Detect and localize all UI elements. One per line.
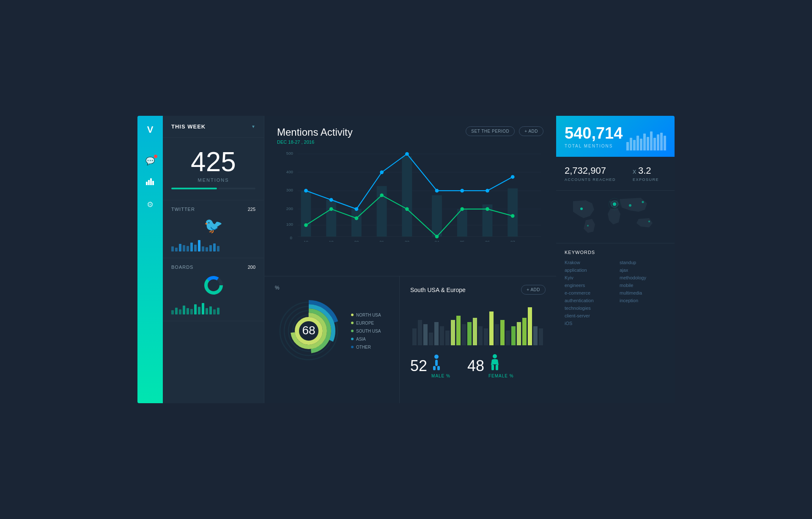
chart-controls: SET THE PERIOD + ADD <box>466 126 543 136</box>
keyword-item[interactable]: engineers <box>565 283 611 288</box>
svg-text:20: 20 <box>354 240 359 242</box>
svg-rect-24 <box>432 195 442 237</box>
dashboard: V 💬 ⚙ THIS WEEK ▼ 425 MENTIONS <box>137 116 675 403</box>
female-percentage: 48 <box>467 357 484 374</box>
svg-text:500: 500 <box>286 151 294 156</box>
exposure-prefix: x <box>633 168 636 175</box>
keyword-item[interactable] <box>620 321 666 326</box>
svg-rect-90 <box>435 360 438 366</box>
world-map-section <box>556 191 675 243</box>
keyword-item[interactable]: standup <box>620 260 666 265</box>
svg-rect-71 <box>445 331 450 345</box>
svg-point-98 <box>629 204 631 207</box>
add-button[interactable]: + ADD <box>519 126 543 136</box>
mini-bar-12 <box>664 136 666 150</box>
svg-rect-23 <box>402 156 412 237</box>
svg-text:100: 100 <box>286 222 294 227</box>
keyword-item[interactable]: authentication <box>565 298 611 303</box>
svg-point-89 <box>434 355 439 359</box>
svg-point-100 <box>648 221 650 222</box>
svg-point-99 <box>642 201 644 203</box>
svg-text:25: 25 <box>460 240 464 242</box>
geo-add-button[interactable]: + ADD <box>521 285 546 295</box>
keywords-grid: KrakowstandupapplicationajaxKyivmethodol… <box>565 260 666 326</box>
nav-settings-icon[interactable]: ⚙ <box>147 200 154 209</box>
svg-rect-87 <box>533 326 538 345</box>
svg-rect-1 <box>148 180 150 185</box>
svg-rect-73 <box>456 316 461 345</box>
keyword-item[interactable]: application <box>565 268 611 273</box>
boards-count: 200 <box>248 265 255 270</box>
keyword-item[interactable]: mobile <box>620 283 666 288</box>
svg-point-44 <box>486 207 489 211</box>
svg-text:26: 26 <box>485 240 490 242</box>
keyword-item[interactable]: methodology <box>620 275 666 280</box>
svg-point-34 <box>460 189 464 193</box>
keywords-section: KEYWORDS KrakowstandupapplicationajaxKyi… <box>556 243 675 403</box>
svg-point-42 <box>435 235 439 238</box>
svg-rect-19 <box>301 191 311 237</box>
legend-europe: EUROPE <box>351 321 381 325</box>
svg-text:300: 300 <box>286 188 294 192</box>
legend-dot-south-usa <box>351 330 354 332</box>
keyword-item[interactable]: ajax <box>620 268 666 273</box>
exposure-number: 3.2 <box>638 165 651 176</box>
male-percentage: 52 <box>410 357 427 374</box>
mini-bar-7 <box>647 137 649 150</box>
keywords-title: KEYWORDS <box>565 250 666 255</box>
svg-rect-92 <box>437 366 440 370</box>
svg-text:200: 200 <box>286 206 294 211</box>
mini-bar-9 <box>653 138 656 150</box>
mini-bar-6 <box>643 134 646 150</box>
nav-chat-icon[interactable]: 💬 <box>145 156 155 166</box>
svg-point-30 <box>355 207 359 211</box>
svg-rect-85 <box>522 318 527 345</box>
female-label: FEMALE % <box>488 374 514 378</box>
nav-chart-icon[interactable] <box>146 178 154 187</box>
female-icon <box>488 353 501 370</box>
keyword-item[interactable]: multimedia <box>620 290 666 295</box>
period-header[interactable]: THIS WEEK ▼ <box>163 116 264 138</box>
boards-header: BOARDS 200 <box>171 265 255 270</box>
male-item: 52 MALE % <box>410 353 450 378</box>
accounts-reached-number: 2,732,907 <box>565 165 616 176</box>
mini-bar-4 <box>636 136 639 150</box>
keyword-item[interactable]: Kyiv <box>565 275 611 280</box>
chart-subtitle: DEC 18-27 , 2016 <box>277 139 353 145</box>
period-title: THIS WEEK <box>171 123 206 130</box>
keyword-item[interactable]: client-server <box>565 313 611 318</box>
boards-donut-icon <box>203 275 224 296</box>
keyword-item[interactable] <box>620 306 666 311</box>
keyword-item[interactable]: iOS <box>565 321 611 326</box>
center-panel: Mentions Activity DEC 18-27 , 2016 SET T… <box>264 116 556 403</box>
mentions-section: 425 MENTIONS <box>163 138 264 200</box>
header-mini-chart <box>626 129 666 150</box>
svg-point-32 <box>405 152 409 156</box>
keyword-item[interactable]: Krakow <box>565 260 611 265</box>
svg-rect-86 <box>528 307 532 345</box>
set-period-button[interactable]: SET THE PERIOD <box>466 126 515 136</box>
female-number-group: 48 <box>467 357 484 375</box>
mini-bar-2 <box>630 138 632 150</box>
keyword-item[interactable] <box>620 313 666 318</box>
svg-point-39 <box>355 216 359 220</box>
chart-title-group: Mentions Activity DEC 18-27 , 2016 <box>277 126 353 145</box>
male-icon-group: MALE % <box>431 353 450 378</box>
donut-chart-svg: 68 <box>275 297 343 365</box>
keyword-item[interactable]: e-commerce <box>565 290 611 295</box>
total-mentions-header: 540,714 TOTAL MENTIONS <box>556 116 675 157</box>
boards-icon-container <box>171 275 255 298</box>
svg-text:19: 19 <box>329 240 334 242</box>
svg-point-101 <box>587 225 589 227</box>
mini-bar-11 <box>660 133 663 150</box>
svg-point-41 <box>405 207 409 211</box>
geo-section: South USA & Europe + ADD <box>400 276 556 403</box>
male-icon <box>431 353 442 370</box>
mini-bar-3 <box>633 140 636 150</box>
keyword-item[interactable]: technologies <box>565 306 611 311</box>
legend-other: OTHER <box>351 345 381 350</box>
svg-point-93 <box>493 354 497 358</box>
svg-rect-72 <box>451 320 455 345</box>
geo-header: South USA & Europe + ADD <box>410 285 546 295</box>
keyword-item[interactable]: inception <box>620 298 666 303</box>
